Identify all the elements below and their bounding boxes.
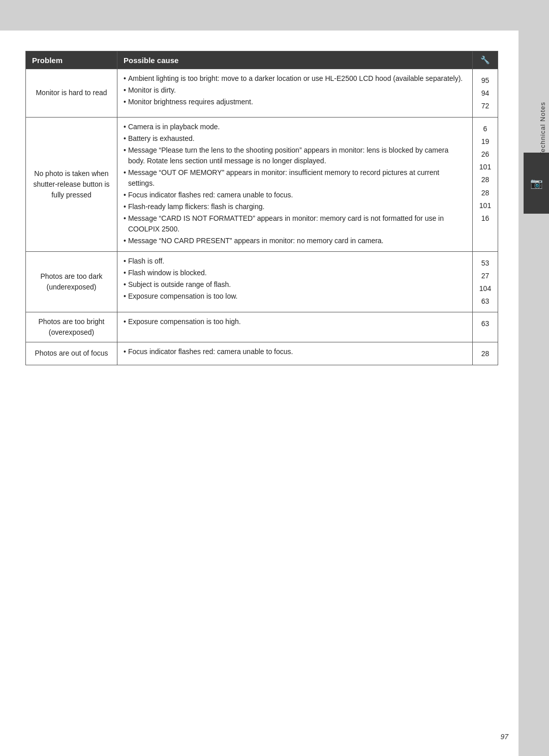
cause-item-1-4: •Focus indicator flashes red: camera una…: [124, 190, 466, 200]
problem-cell-2: Photos are too dark (underexposed): [26, 251, 117, 312]
page-ref: 101: [479, 161, 492, 173]
bullet-icon: •: [124, 291, 126, 302]
problem-cell-1: No photo is taken when shutter-release b…: [26, 117, 117, 251]
cause-item-2-3: •Exposure compensation is too low.: [124, 291, 466, 302]
page-cell-1: 61926101282810116: [473, 117, 498, 251]
cause-item-3-0: •Exposure compensation is too high.: [124, 316, 466, 327]
cause-item-1-3: •Message “OUT OF MEMORY” appears in moni…: [124, 167, 466, 189]
cause-item-2-2: •Subject is outside range of flash.: [124, 279, 466, 290]
tab-marker: 📷: [524, 153, 549, 214]
page-ref: 26: [479, 148, 492, 161]
page-ref: 28: [479, 187, 492, 199]
bullet-icon: •: [124, 73, 126, 84]
cause-item-1-1: •Battery is exhausted.: [124, 133, 466, 144]
cause-text: Flash is off.: [128, 256, 164, 267]
bullet-icon: •: [124, 85, 126, 96]
problem-cell-3: Photos are too bright (overexposed): [26, 312, 117, 342]
troubleshooting-table: Problem Possible cause 🔧 Monitor is hard…: [25, 51, 498, 365]
sidebar-label: Technical Notes: [539, 102, 546, 156]
cause-text: Monitor brightness requires adjustment.: [128, 97, 253, 107]
cause-item-1-0: •Camera is in playback mode.: [124, 122, 466, 132]
col-header-problem: Problem: [26, 51, 117, 69]
cause-item-0-1: •Monitor is dirty.: [124, 85, 466, 96]
right-sidebar: 📷 Technical Notes: [518, 0, 549, 756]
page-cell-4: 28: [473, 342, 498, 365]
page-ref: 63: [479, 317, 492, 330]
cause-item-1-5: •Flash-ready lamp flickers: flash is cha…: [124, 201, 466, 212]
page-ref: 28: [479, 347, 492, 360]
cause-item-2-0: •Flash is off.: [124, 256, 466, 267]
col-header-icon: 🔧: [473, 51, 498, 69]
page-ref: 19: [479, 135, 492, 148]
main-content: Problem Possible cause 🔧 Monitor is hard…: [25, 51, 498, 725]
page-cell-3: 63: [473, 312, 498, 342]
bullet-icon: •: [124, 213, 126, 224]
cause-text: Message “CARD IS NOT FORMATTED” appears …: [128, 213, 466, 235]
cause-cell-0: •Ambient lighting is too bright: move to…: [117, 69, 473, 118]
page-ref: 16: [479, 212, 492, 225]
cause-cell-4: •Focus indicator flashes red: camera una…: [117, 342, 473, 365]
cause-text: Focus indicator flashes red: camera unab…: [128, 346, 293, 357]
cause-text: Exposure compensation is too high.: [128, 316, 241, 327]
problem-cell-0: Monitor is hard to read: [26, 69, 117, 118]
cause-text: Ambient lighting is too bright: move to …: [128, 73, 463, 84]
bullet-icon: •: [124, 167, 126, 178]
bullet-icon: •: [124, 122, 126, 132]
page-ref: 27: [479, 270, 492, 282]
page-ref: 72: [479, 100, 492, 112]
cause-cell-3: •Exposure compensation is too high.: [117, 312, 473, 342]
cause-item-2-1: •Flash window is blocked.: [124, 268, 466, 278]
page-cell-2: 532710463: [473, 251, 498, 312]
page-ref: 101: [479, 199, 492, 212]
bullet-icon: •: [124, 133, 126, 144]
cause-item-1-7: •Message “NO CARD PRESENT” appears in mo…: [124, 236, 466, 246]
cause-text: Camera is in playback mode.: [128, 122, 220, 132]
col-header-cause: Possible cause: [117, 51, 473, 69]
page-ref: 53: [479, 257, 492, 270]
cause-text: Focus indicator flashes red: camera unab…: [128, 190, 293, 200]
cause-item-1-2: •Message “Please turn the lens to the sh…: [124, 145, 466, 166]
bullet-icon: •: [124, 145, 126, 156]
bullet-icon: •: [124, 190, 126, 200]
page-number: 97: [500, 733, 508, 741]
bullet-icon: •: [124, 279, 126, 290]
bullet-icon: •: [124, 97, 126, 107]
cause-text: Battery is exhausted.: [128, 133, 195, 144]
page-ref: 104: [479, 282, 492, 295]
cause-text: Flash window is blocked.: [128, 268, 207, 278]
tab-icon: 📷: [530, 177, 542, 189]
bullet-icon: •: [124, 256, 126, 267]
cause-cell-1: •Camera is in playback mode.•Battery is …: [117, 117, 473, 251]
cause-text: Exposure compensation is too low.: [128, 291, 238, 302]
problem-cell-4: Photos are out of focus: [26, 342, 117, 365]
page-ref: 28: [479, 173, 492, 186]
cause-text: Message “OUT OF MEMORY” appears in monit…: [128, 167, 466, 189]
cause-item-4-0: •Focus indicator flashes red: camera una…: [124, 346, 466, 357]
header-bar: [0, 0, 518, 31]
cause-text: Subject is outside range of flash.: [128, 279, 231, 290]
cause-item-0-0: •Ambient lighting is too bright: move to…: [124, 73, 466, 84]
bullet-icon: •: [124, 268, 126, 278]
cause-text: Message “Please turn the lens to the sho…: [128, 145, 466, 166]
bullet-icon: •: [124, 346, 126, 357]
bullet-icon: •: [124, 316, 126, 327]
cause-item-1-6: •Message “CARD IS NOT FORMATTED” appears…: [124, 213, 466, 235]
page-ref: 95: [479, 74, 492, 87]
cause-text: Monitor is dirty.: [128, 85, 176, 96]
cause-text: Message “NO CARD PRESENT” appears in mon…: [128, 236, 384, 246]
cause-cell-2: •Flash is off.•Flash window is blocked.•…: [117, 251, 473, 312]
cause-text: Flash-ready lamp flickers: flash is char…: [128, 201, 264, 212]
page-ref: 6: [479, 123, 492, 135]
cause-item-0-2: •Monitor brightness requires adjustment.: [124, 97, 466, 107]
page-cell-0: 959472: [473, 69, 498, 118]
bullet-icon: •: [124, 201, 126, 212]
page-ref: 63: [479, 295, 492, 308]
bullet-icon: •: [124, 236, 126, 246]
page-ref: 94: [479, 87, 492, 100]
